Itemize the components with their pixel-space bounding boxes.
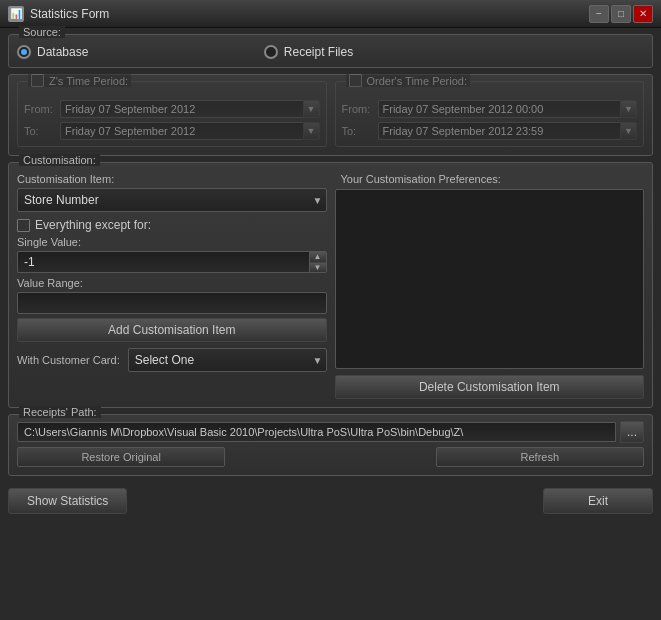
- value-range-input[interactable]: [17, 292, 327, 314]
- bottom-bar: Show Statistics Exit: [0, 488, 661, 520]
- receipt-files-radio[interactable]: [264, 45, 278, 59]
- database-option[interactable]: Database: [17, 45, 88, 59]
- spin-up-button[interactable]: ▲: [310, 252, 326, 263]
- customisation-item-select[interactable]: Store Number: [17, 188, 327, 212]
- zs-from-wrap: Friday 07 September 2012 ▼: [60, 100, 320, 118]
- orders-from-calendar-btn[interactable]: ▼: [620, 100, 637, 118]
- receipts-section: Receipts' Path: ... Restore Original Ref…: [8, 414, 653, 476]
- orders-time-col: Order's Time Period: From: Friday 07 Sep…: [335, 81, 645, 147]
- zs-to-input[interactable]: Friday 07 September 2012: [60, 122, 303, 140]
- preferences-panel: [335, 189, 645, 369]
- zs-time-col: Z's Time Period: From: Friday 07 Septemb…: [17, 81, 327, 147]
- maximize-button[interactable]: □: [611, 5, 631, 23]
- customisation-label: Customisation:: [19, 154, 100, 166]
- customisation-left: Customisation Item: Store Number ▼ Every…: [17, 169, 327, 399]
- zs-time-period-label: Z's Time Period:: [49, 75, 128, 87]
- with-card-select[interactable]: Select One Yes No: [128, 348, 327, 372]
- add-customisation-btn[interactable]: Add Customisation Item: [17, 318, 327, 342]
- except-checkbox-wrap[interactable]: Everything except for:: [17, 218, 327, 232]
- zs-to-label: To:: [24, 125, 54, 137]
- orders-from-wrap: Friday 07 September 2012 00:00 ▼: [378, 100, 638, 118]
- except-label: Everything except for:: [35, 218, 151, 232]
- source-row: Database Receipt Files: [17, 41, 644, 59]
- path-input[interactable]: [17, 422, 616, 442]
- orders-to-input[interactable]: Friday 07 September 2012 23:59: [378, 122, 621, 140]
- with-card-dropdown-wrap: Select One Yes No ▼: [128, 348, 327, 372]
- orders-from-label: From:: [342, 103, 372, 115]
- customisation-item-dropdown-wrap: Store Number ▼: [17, 188, 327, 212]
- orders-to-label: To:: [342, 125, 372, 137]
- customisation-right-col: Your Customisation Preferences: Delete C…: [335, 169, 645, 399]
- orders-time-period-label: Order's Time Period:: [367, 75, 468, 87]
- show-statistics-button[interactable]: Show Statistics: [8, 488, 127, 514]
- exit-button[interactable]: Exit: [543, 488, 653, 514]
- zs-to-wrap: Friday 07 September 2012 ▼: [60, 122, 320, 140]
- database-label: Database: [37, 45, 88, 59]
- delete-customisation-btn[interactable]: Delete Customisation Item: [335, 375, 645, 399]
- single-value-wrap: ▲ ▼: [17, 251, 327, 273]
- path-row: ...: [17, 421, 644, 443]
- main-content: Source: Database Receipt Files: [0, 28, 661, 488]
- orders-time-label: Order's Time Period:: [346, 74, 471, 87]
- spin-down-button[interactable]: ▼: [310, 263, 326, 273]
- value-range-label: Value Range:: [17, 277, 327, 289]
- single-value-label: Single Value:: [17, 236, 327, 248]
- minimize-button[interactable]: −: [589, 5, 609, 23]
- time-period-section: Z's Time Period: From: Friday 07 Septemb…: [8, 74, 653, 156]
- orders-checkbox[interactable]: [349, 74, 362, 87]
- zs-from-row: From: Friday 07 September 2012 ▼: [24, 100, 320, 118]
- zs-from-label: From:: [24, 103, 54, 115]
- database-radio[interactable]: [17, 45, 31, 59]
- receipt-files-label: Receipt Files: [284, 45, 353, 59]
- refresh-button[interactable]: Refresh: [436, 447, 644, 467]
- titlebar: 📊 Statistics Form − □ ✕: [0, 0, 661, 28]
- except-checkbox[interactable]: [17, 219, 30, 232]
- preferences-label: Your Customisation Preferences:: [335, 169, 645, 185]
- window-title: Statistics Form: [30, 7, 589, 21]
- orders-to-calendar-btn[interactable]: ▼: [620, 122, 637, 140]
- orders-to-row: To: Friday 07 September 2012 23:59 ▼: [342, 122, 638, 140]
- window-controls: − □ ✕: [589, 5, 653, 23]
- orders-to-wrap: Friday 07 September 2012 23:59 ▼: [378, 122, 638, 140]
- receipts-label: Receipts' Path:: [19, 406, 101, 418]
- time-columns: Z's Time Period: From: Friday 07 Septemb…: [17, 81, 644, 147]
- spin-buttons: ▲ ▼: [309, 251, 327, 273]
- customisation-item-label: Customisation Item:: [17, 173, 327, 185]
- restore-button[interactable]: Restore Original: [17, 447, 225, 467]
- zs-checkbox-wrap[interactable]: Z's Time Period:: [31, 74, 128, 87]
- zs-from-calendar-btn[interactable]: ▼: [303, 100, 320, 118]
- single-value-input[interactable]: [17, 251, 309, 273]
- zs-time-label: Z's Time Period:: [28, 74, 131, 87]
- customisation-section: Customisation: Customisation Item: Store…: [8, 162, 653, 408]
- zs-from-input[interactable]: Friday 07 September 2012: [60, 100, 303, 118]
- with-card-label: With Customer Card:: [17, 354, 120, 366]
- orders-checkbox-wrap[interactable]: Order's Time Period:: [349, 74, 468, 87]
- browse-button[interactable]: ...: [620, 421, 644, 443]
- zs-to-row: To: Friday 07 September 2012 ▼: [24, 122, 320, 140]
- source-label: Source:: [19, 26, 65, 38]
- zs-to-calendar-btn[interactable]: ▼: [303, 122, 320, 140]
- restore-refresh-row: Restore Original Refresh: [17, 447, 644, 467]
- source-section: Source: Database Receipt Files: [8, 34, 653, 68]
- app-icon: 📊: [8, 6, 24, 22]
- orders-from-input[interactable]: Friday 07 September 2012 00:00: [378, 100, 621, 118]
- customisation-inner: Customisation Item: Store Number ▼ Every…: [17, 169, 644, 399]
- zs-checkbox[interactable]: [31, 74, 44, 87]
- close-button[interactable]: ✕: [633, 5, 653, 23]
- receipt-files-option[interactable]: Receipt Files: [264, 45, 353, 59]
- orders-from-row: From: Friday 07 September 2012 00:00 ▼: [342, 100, 638, 118]
- with-card-row: With Customer Card: Select One Yes No ▼: [17, 348, 327, 372]
